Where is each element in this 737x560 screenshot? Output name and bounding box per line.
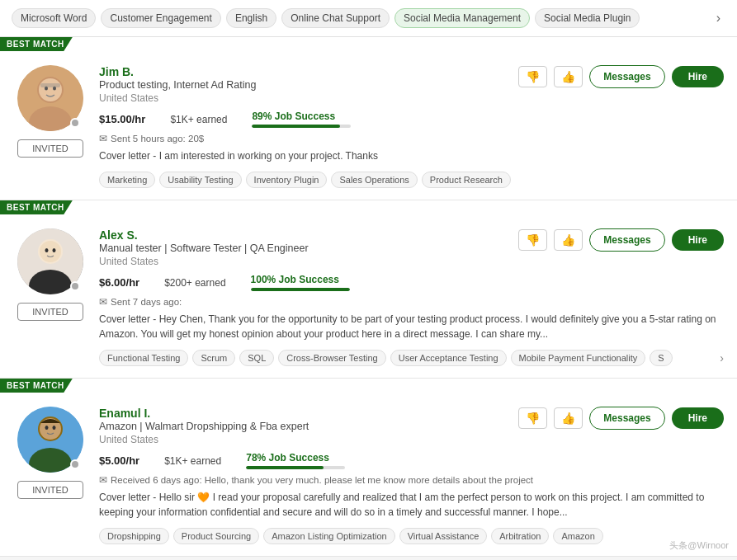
job-success-label: 100% Job Success <box>251 274 358 285</box>
card-header: Enamul I. Amazon | Walmart Dropshipping … <box>99 407 724 445</box>
card-header: Jim B. Product testing, Internet Ad Rati… <box>99 65 724 104</box>
svg-rect-6 <box>40 83 60 87</box>
skill-tag[interactable]: Social Media Management <box>394 8 530 28</box>
skill-tag[interactable]: Product Sourcing <box>173 528 259 544</box>
skill-tag[interactable]: SQL <box>239 350 274 366</box>
best-match-badge: BEST MATCH <box>0 379 73 393</box>
skill-tag[interactable]: Dropshipping <box>99 528 169 544</box>
skill-tag[interactable]: Amazon <box>553 528 602 544</box>
freelancer-card-0: BEST MATCH INVITED <box>0 37 737 200</box>
card-content: Alex S. Manual tester | Software Tester … <box>99 228 724 366</box>
skill-tag[interactable]: Functional Testing <box>99 350 188 366</box>
freelancer-name: Alex S. <box>99 228 510 242</box>
skill-tag[interactable]: Inventory Plugin <box>246 172 328 188</box>
job-success-fill <box>252 125 340 128</box>
thumbs-down-button[interactable]: 👎 <box>518 407 547 429</box>
thumbs-up-button[interactable]: 👍 <box>554 407 583 429</box>
skill-tag[interactable]: User Acceptance Testing <box>390 350 507 366</box>
thumbs-down-button[interactable]: 👎 <box>518 66 547 87</box>
job-success-bar <box>251 288 350 291</box>
action-buttons: 👎 👍 Messages Hire <box>518 65 724 88</box>
messages-button[interactable]: Messages <box>589 228 664 252</box>
job-success-bar <box>252 125 351 128</box>
name-title-section: Jim B. Product testing, Internet Ad Rati… <box>99 65 510 104</box>
skill-tag[interactable]: Mobile Payment Functionality <box>511 350 646 366</box>
job-success-label: 78% Job Success <box>246 452 353 464</box>
best-match-badge: BEST MATCH <box>0 200 73 214</box>
skill-tag[interactable]: Marketing <box>99 172 155 188</box>
envelope-icon: ✉ <box>99 296 107 308</box>
skill-tag[interactable]: Arbitration <box>491 528 549 544</box>
earned-amount: $1K+ earned <box>170 114 227 125</box>
messages-button[interactable]: Messages <box>589 407 664 430</box>
avatar-section: INVITED <box>13 228 87 366</box>
svg-point-10 <box>40 241 61 262</box>
rate-row: $5.00/hr $1K+ earned 78% Job Success <box>99 452 724 469</box>
skill-tag[interactable]: Scrum <box>192 350 235 366</box>
skills-row: Functional TestingScrumSQLCross-Browser … <box>99 350 724 366</box>
messages-button[interactable]: Messages <box>589 65 664 88</box>
action-buttons: 👎 👍 Messages Hire <box>518 407 724 430</box>
hire-button[interactable]: Hire <box>672 407 724 429</box>
skill-tag[interactable]: Usability Testing <box>159 172 241 188</box>
thumbs-up-button[interactable]: 👍 <box>554 229 583 251</box>
hire-button[interactable]: Hire <box>672 229 724 251</box>
skill-tag[interactable]: Social Media Plugin <box>535 8 640 28</box>
invited-button[interactable]: INVITED <box>17 139 83 158</box>
hourly-rate: $15.00/hr <box>99 113 145 125</box>
skill-tag[interactable]: Product Research <box>422 172 511 188</box>
skill-tag[interactable]: Cross-Browser Testing <box>278 350 385 366</box>
invited-button[interactable]: INVITED <box>17 303 83 321</box>
freelancer-title: Amazon | Walmart Dropshipping & Fba expe… <box>99 421 510 432</box>
freelancer-location: United States <box>99 256 510 267</box>
skill-tag[interactable]: S <box>650 350 672 366</box>
svg-point-3 <box>39 78 62 101</box>
hourly-rate: $5.00/hr <box>99 454 139 467</box>
job-success-section: 78% Job Success <box>246 452 353 469</box>
tags-chevron-button[interactable]: › <box>711 9 725 27</box>
svg-point-11 <box>45 248 49 252</box>
online-status-dot <box>70 118 80 128</box>
avatar-wrapper <box>17 228 83 294</box>
sent-text: Sent 5 hours ago: 20$ <box>111 134 204 144</box>
skill-tag[interactable]: Online Chat Support <box>281 8 390 28</box>
sent-text: Received 6 days ago: Hello, thank you ve… <box>111 475 533 485</box>
skill-tag[interactable]: Virtual Assistance <box>399 528 488 544</box>
job-success-fill <box>246 466 324 469</box>
job-success-section: 89% Job Success <box>252 111 359 128</box>
sent-info: ✉ Sent 5 hours ago: 20$ <box>99 133 724 144</box>
svg-point-18 <box>53 426 56 430</box>
online-status-dot <box>70 281 80 291</box>
envelope-icon: ✉ <box>99 474 107 486</box>
name-title-section: Alex S. Manual tester | Software Tester … <box>99 228 510 267</box>
svg-point-12 <box>53 248 56 252</box>
avatar-wrapper <box>17 65 83 131</box>
envelope-icon: ✉ <box>99 133 107 144</box>
earned-amount: $200+ earned <box>164 277 225 289</box>
card-content: Enamul I. Amazon | Walmart Dropshipping … <box>99 407 724 544</box>
freelancer-location: United States <box>99 92 510 104</box>
card-content: Jim B. Product testing, Internet Ad Rati… <box>99 65 724 188</box>
rate-row: $6.00/hr $200+ earned 100% Job Success <box>99 274 724 291</box>
skills-row: DropshippingProduct SourcingAmazon Listi… <box>99 528 724 544</box>
card-header: Alex S. Manual tester | Software Tester … <box>99 228 724 267</box>
avatar-wrapper <box>17 407 83 473</box>
skill-tag[interactable]: Customer Engagement <box>101 8 220 28</box>
hire-button[interactable]: Hire <box>672 66 724 87</box>
freelancer-name: Enamul I. <box>99 407 510 420</box>
skills-chevron[interactable]: › <box>720 351 724 365</box>
cover-letter: Cover letter - Hey Chen, Thank you for t… <box>99 312 724 341</box>
job-success-label: 89% Job Success <box>252 111 359 122</box>
best-match-badge: BEST MATCH <box>0 37 73 51</box>
skill-tag[interactable]: Sales Operations <box>331 172 417 188</box>
svg-point-17 <box>45 426 49 430</box>
cover-letter: Cover letter - Hello sir 🧡 I read your p… <box>99 490 724 520</box>
cards-container: BEST MATCH INVITED <box>0 37 737 557</box>
skill-tag[interactable]: English <box>226 8 276 28</box>
thumbs-up-button[interactable]: 👍 <box>554 66 583 87</box>
thumbs-down-button[interactable]: 👎 <box>518 229 547 251</box>
sent-text: Sent 7 days ago: <box>111 297 182 307</box>
invited-button[interactable]: INVITED <box>17 481 83 499</box>
skill-tag[interactable]: Amazon Listing Optimization <box>263 528 394 544</box>
skill-tag[interactable]: Microsoft Word <box>12 8 96 28</box>
